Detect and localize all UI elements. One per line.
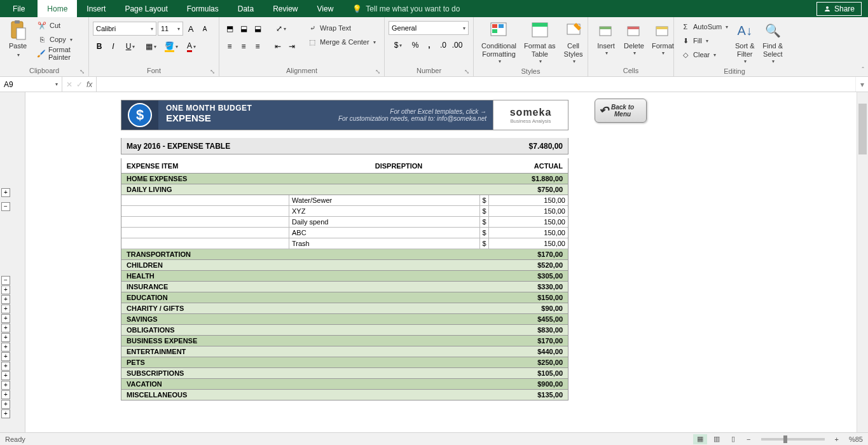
category-row[interactable]: MISCELLANEOUS$135,00 [121, 390, 568, 400]
font-color-button[interactable]: A▾ [182, 39, 201, 53]
zoom-slider[interactable] [761, 438, 825, 441]
category-row[interactable]: DAILY LIVING$750,00 [121, 184, 568, 195]
vertical-scrollbar[interactable] [857, 92, 868, 432]
tab-file[interactable]: File [0, 0, 38, 17]
item-row[interactable]: Trash$150,00 [121, 238, 568, 249]
number-launcher[interactable]: ⤡ [464, 68, 469, 75]
category-row[interactable]: ENTERTAINMENT$440,00 [121, 346, 568, 357]
collapse-ribbon-button[interactable]: ˆ [862, 66, 864, 74]
cut-button[interactable]: ✂️Cut [34, 18, 85, 32]
outline-expand[interactable]: + [1, 343, 10, 352]
tab-review[interactable]: Review [263, 0, 307, 17]
worksheet-canvas[interactable]: $ ONE MONTH BUDGET EXPENSE For other Exc… [25, 92, 868, 432]
category-row[interactable]: SAVINGS$455,00 [121, 314, 568, 325]
view-normal-button[interactable]: ▦ [693, 434, 707, 444]
decrease-indent-button[interactable]: ⇤ [272, 39, 284, 53]
item-row[interactable]: XYZ$150,00 [121, 206, 568, 217]
find-select-button[interactable]: 🔍Find & Select▾ [759, 18, 787, 66]
view-page-layout-button[interactable]: ▥ [710, 434, 724, 444]
item-row[interactable]: ABC$150,00 [121, 228, 568, 238]
orientation-button[interactable]: ⤢▾ [272, 22, 291, 36]
expand-formula-bar[interactable]: ▾ [855, 77, 868, 92]
increase-decimal-button[interactable]: .0 [437, 38, 450, 52]
category-row[interactable]: PETS$250,00 [121, 357, 568, 368]
insert-cells-button[interactable]: Insert▾ [592, 18, 620, 58]
font-launcher[interactable]: ⤡ [210, 68, 215, 75]
alignment-launcher[interactable]: ⤡ [375, 68, 380, 75]
category-row[interactable]: HEALTH$305,00 [121, 271, 568, 282]
category-row[interactable]: HOME EXPENSES$1.880,00 [121, 174, 568, 184]
tab-view[interactable]: View [308, 0, 343, 17]
percent-button[interactable]: % [409, 38, 422, 52]
fill-button[interactable]: ⬇Fill▾ [678, 34, 731, 48]
merge-center-button[interactable]: ⬚Merge & Center▾ [305, 35, 378, 49]
tab-formulas[interactable]: Formulas [177, 0, 228, 17]
item-row[interactable]: Water/Sewer$150,00 [121, 195, 568, 206]
outline-expand[interactable]: + [1, 333, 10, 342]
number-format-select[interactable]: General▾ [389, 21, 469, 35]
tab-page-layout[interactable]: Page Layout [115, 0, 177, 17]
increase-font-button[interactable]: A [184, 22, 197, 36]
wrap-text-button[interactable]: ⤶Wrap Text [305, 21, 378, 35]
share-button[interactable]: Share [816, 2, 862, 16]
align-middle-button[interactable]: ⬓ [237, 22, 250, 36]
italic-button[interactable]: I [107, 39, 120, 53]
format-cells-button[interactable]: Format▾ [648, 18, 678, 58]
paste-button[interactable]: Paste▾ [4, 18, 32, 61]
outline-expand[interactable]: + [1, 362, 10, 371]
item-row[interactable]: Daily spend$150,00 [121, 217, 568, 228]
copy-button[interactable]: ⎘Copy▾ [34, 32, 85, 46]
format-painter-button[interactable]: 🖌️Format Painter [34, 46, 85, 60]
tell-me[interactable]: 💡 Tell me what you want to do [343, 0, 469, 17]
cancel-formula-icon[interactable]: ✕ [66, 80, 72, 89]
delete-cells-button[interactable]: Delete▾ [620, 18, 648, 58]
outline-expand[interactable]: + [1, 381, 10, 390]
category-row[interactable]: TRANSPORTATION$170,00 [121, 249, 568, 260]
clipboard-launcher[interactable]: ⤡ [79, 68, 85, 75]
accounting-format-button[interactable]: $▾ [389, 38, 408, 52]
formula-input[interactable] [97, 77, 855, 92]
category-row[interactable]: SUBSCRIPTIONS$105,00 [121, 368, 568, 379]
tab-data[interactable]: Data [228, 0, 263, 17]
zoom-in-button[interactable]: + [831, 435, 843, 443]
category-row[interactable]: CHARITY / GIFTS$90,00 [121, 303, 568, 314]
sort-filter-button[interactable]: A↓Sort & Filter▾ [731, 18, 759, 66]
align-left-button[interactable]: ≡ [223, 39, 236, 53]
outline-expand[interactable]: + [1, 352, 10, 361]
outline-collapse[interactable]: − [1, 276, 10, 285]
borders-button[interactable]: ▦▾ [141, 39, 160, 53]
font-size-select[interactable]: 11▾ [158, 22, 183, 36]
align-bottom-button[interactable]: ⬓ [251, 22, 264, 36]
tab-home[interactable]: Home [38, 0, 77, 17]
align-right-button[interactable]: ≡ [251, 39, 264, 53]
category-row[interactable]: EDUCATION$150,00 [121, 292, 568, 303]
category-row[interactable]: VACATION$900,00 [121, 379, 568, 390]
autosum-button[interactable]: ΣAutoSum▾ [678, 20, 731, 34]
name-box[interactable]: A9▾ [0, 77, 62, 92]
view-page-break-button[interactable]: ▯ [726, 434, 740, 444]
font-name-select[interactable]: Calibri▾ [93, 22, 156, 36]
align-center-button[interactable]: ≡ [237, 39, 250, 53]
outline-expand[interactable]: + [1, 371, 10, 380]
align-top-button[interactable]: ⬒ [223, 22, 236, 36]
outline-expand[interactable]: + [1, 324, 10, 332]
format-as-table-button[interactable]: Format as Table▾ [520, 18, 560, 66]
cell-styles-button[interactable]: Cell Styles▾ [560, 18, 588, 66]
enter-formula-icon[interactable]: ✓ [76, 80, 83, 89]
outline-expand[interactable]: + [1, 390, 10, 399]
zoom-out-button[interactable]: − [743, 435, 754, 443]
back-to-menu-button[interactable]: ↶ Back to Menu [595, 99, 647, 123]
tab-insert[interactable]: Insert [77, 0, 115, 17]
increase-indent-button[interactable]: ⇥ [286, 39, 298, 53]
fill-color-button[interactable]: 🪣▾ [162, 39, 181, 53]
outline-collapse[interactable]: − [1, 202, 10, 211]
comma-button[interactable]: , [423, 38, 436, 52]
decrease-decimal-button[interactable]: .00 [451, 38, 464, 52]
outline-expand[interactable]: + [1, 409, 10, 418]
category-row[interactable]: CHILDREN$520,00 [121, 260, 568, 271]
category-row[interactable]: OBLIGATIONS$830,00 [121, 325, 568, 336]
conditional-formatting-button[interactable]: Conditional Formatting▾ [478, 18, 520, 66]
category-row[interactable]: BUSINESS EXPENSE$170,00 [121, 336, 568, 346]
outline-expand[interactable]: + [1, 314, 10, 323]
outline-expand[interactable]: + [1, 188, 10, 197]
